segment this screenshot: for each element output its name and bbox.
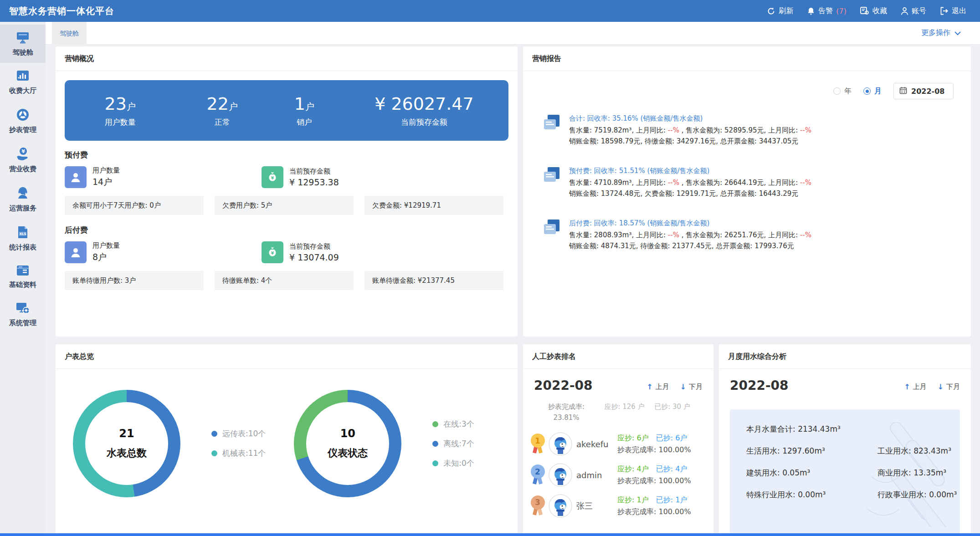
user-icon [65,166,87,188]
prev-month-button[interactable]: ↑上月 [646,383,669,391]
steering-wheel-icon [16,108,30,122]
tab-cockpit[interactable]: 驾驶舱 [52,22,87,45]
prepaid-section: 预付费 用户数量 14户 ¥ [56,150,518,215]
prepaid-stat-box: 欠费金额: ¥12919.71 [364,196,503,215]
card-label: 用户数量 [92,241,120,250]
legend-dot [432,460,438,466]
ranking-row: 2 admin 应抄: 4户已抄: 4户 抄表完成率: 100.00% [529,463,706,487]
legend-item: 离线:7个 [432,439,474,449]
tab-bar: 驾驶舱 更多操作 [46,22,980,45]
date-picker[interactable]: 2022-08 [893,83,954,99]
due-total: 应抄: 126 户 [600,401,648,423]
legend-dot [211,450,217,456]
account-button[interactable]: 账号 [901,6,926,16]
ranking-month: 2022-08 [534,378,593,393]
divider [56,71,518,71]
postpaid-deposit-card: ¥ 当前预存金额 ¥ 13074.09 [262,241,458,263]
yoy-placeholder: --% [800,231,811,239]
legend-dot [211,431,217,437]
report-item-title: 后付费: 回收率: 18.57% (销账金额/售水金额) [569,218,811,229]
legend-dot [432,421,438,427]
report-doc-icon [542,165,561,199]
next-month-button[interactable]: ↓下月 [938,383,960,391]
prepaid-user-card: 用户数量 14户 [65,166,262,188]
user-icon [65,241,87,263]
legend-dot [432,441,438,447]
report-item-prepaid: 预付费: 回收率: 51.51% (销账金额/售水金额) 售水量: 4710.8… [542,165,957,199]
report-item-title: 预付费: 回收率: 51.51% (销账金额/售水金额) [569,165,811,176]
favorite-label: 收藏 [872,6,887,16]
sidebar-item-label: 运营服务 [9,204,36,213]
legend-item: 机械表:11个 [211,448,266,459]
report-list: 合计: 回收率: 35.16% (销账金额/售水金额) 售水量: 7519.82… [523,99,971,251]
favorite-button[interactable]: 收藏 [860,6,887,16]
money-bag-icon: ¥ [262,166,283,188]
sidebar-item-statistics-report[interactable]: XLS 统计报表 [0,219,46,258]
panel-title: 月度用水综合分析 [719,344,971,368]
more-actions-button[interactable]: 更多操作 [921,28,961,38]
stat-user-count: 23户 用户数量 [65,94,176,128]
report-item-line: 销账金额: 13724.48元, 欠费金额: 12919.71元, 总开票金额:… [569,188,811,199]
sidebar-item-label: 营业收费 [9,165,36,174]
sidebar-item-business-charging[interactable]: ¥ 营业收费 [0,140,46,179]
sidebar-item-system-management[interactable]: 系统管理 [0,295,46,333]
legend-item: 未知:0个 [432,458,474,469]
next-month-button[interactable]: ↓下月 [680,383,703,391]
coin-hand-icon: ¥ [15,147,30,161]
sidebar-item-cockpit[interactable]: 驾驶舱 [0,25,46,63]
radio-month[interactable]: 月 [863,87,882,96]
meter-overview-panel: 户表总览 21 水表总数 远传表:10个 机械表:11个 [56,344,518,536]
dashboard-icon [15,31,30,44]
avatar [549,432,572,456]
logout-label: 退出 [952,6,966,16]
yoy-placeholder: --% [668,126,679,134]
panel-title: 营销概况 [56,46,518,71]
stat-label: 销户 [269,117,340,128]
analysis-row: 生活用水: 1297.60m³工业用水: 823.43m³ [746,446,960,456]
favorite-icon [860,7,869,15]
prepaid-deposit-card: ¥ 当前预存金额 ¥ 12953.38 [262,166,458,188]
logout-button[interactable]: 退出 [940,6,966,16]
header-actions: 刷新 告警 (7) 收藏 账号 退出 [767,6,966,16]
completion-rate: 抄表完成率: 23.81% [532,401,600,423]
refresh-icon [767,7,775,15]
ranking-row: 1 akekefu 应抄: 6户已抄: 6户 抄表完成率: 100.00% [529,432,706,456]
legend-item: 在线:3个 [432,419,474,429]
monthly-analysis-panel: 月度用水综合分析 2022-08 ↑上月 ↓下月 本月水量合计: 2134.43… [719,344,971,536]
arrow-up-icon: ↑ [904,383,910,391]
reader-stats: 应抄: 6户已抄: 6户 抄表完成率: 100.00% [617,432,691,456]
system-gear-icon [15,302,30,315]
alarm-button[interactable]: 告警 (7) [807,6,847,16]
stat-label: 正常 [176,117,269,128]
sidebar-item-meter-reading[interactable]: 抄表管理 [0,101,46,140]
prepaid-stat-box: 余额可用小于7天用户数: 0户 [65,196,204,215]
yoy-placeholder: --% [668,179,679,187]
report-item-line: 售水量: 7519.82m³, 上月同比: --% , 售水金额为: 52895… [569,125,811,136]
prev-month-button[interactable]: ↑上月 [904,383,926,391]
card-value: ¥ 12953.38 [289,177,339,187]
done-total: 已抄: 30 户 [648,401,696,423]
sidebar-item-operation-service[interactable]: 运营服务 [0,179,46,219]
svg-text:¥: ¥ [271,251,274,255]
postpaid-section: 后付费 用户数量 8户 ¥ [56,225,518,290]
refresh-button[interactable]: 刷新 [767,6,793,16]
sidebar-item-billing-hall[interactable]: 收费大厅 [0,63,46,101]
section-heading: 预付费 [65,150,508,160]
report-item-line: 售水量: 4710.89m³, 上月同比: --% , 售水金额为: 26644… [569,177,811,188]
sidebar-item-label: 驾驶舱 [13,48,33,57]
panel-title: 人工抄表排名 [523,344,713,368]
report-item-line: 售水量: 2808.93m³, 上月同比: --% , 售水金额为: 26251… [569,230,811,240]
radio-circle [833,87,841,95]
report-item-title: 合计: 回收率: 35.16% (销账金额/售水金额) [569,113,811,124]
alarm-badge: (7) [836,7,847,15]
bronze-medal-icon: 3 [529,495,546,517]
sidebar-item-label: 统计报表 [9,243,36,252]
analysis-summary-box: 本月水量合计: 2134.43m³ 生活用水: 1297.60m³工业用水: 8… [730,409,960,536]
yoy-placeholder: --% [668,231,679,239]
sidebar-item-basic-data[interactable]: 基础资料 [0,258,46,295]
sidebar-item-label: 基础资料 [9,281,36,289]
arrow-up-icon: ↑ [646,383,652,391]
legend-meter-total: 远传表:10个 机械表:11个 [211,429,266,459]
stat-label: 用户数量 [65,117,176,128]
radio-year[interactable]: 年 [833,87,852,96]
